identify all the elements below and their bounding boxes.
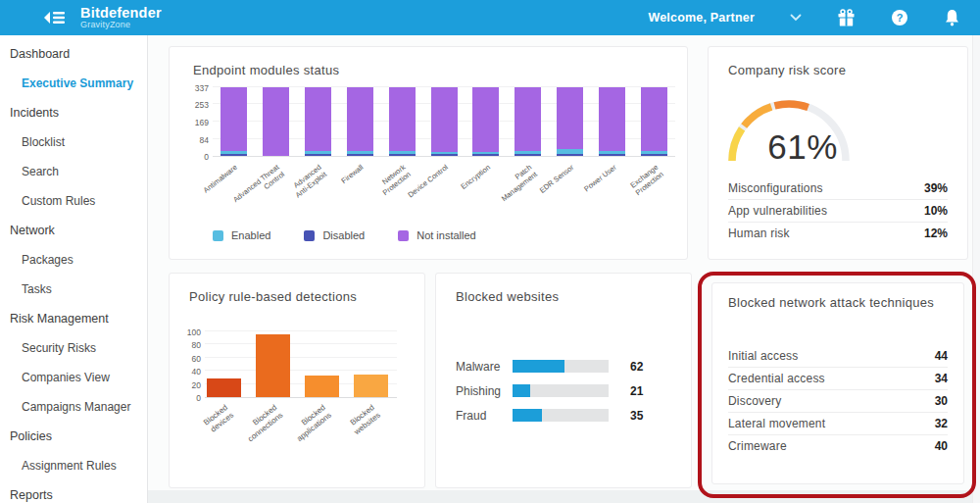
- sidebar-item-tasks[interactable]: Tasks: [0, 275, 147, 304]
- legend-label: Disabled: [322, 229, 365, 241]
- endpoint-ytick: 84: [181, 135, 209, 145]
- endpoint-xlabel: Power User: [582, 163, 618, 194]
- blocked-websites-row-phishing: Phishing21: [456, 384, 675, 397]
- company-risk-card: Company risk score 61% Misconfigurations…: [708, 46, 968, 260]
- sidebar-item-incidents[interactable]: Incidents: [0, 98, 147, 127]
- sidebar-item-custom-rules[interactable]: Custom Rules: [0, 186, 147, 216]
- stat-label: Crimeware: [728, 439, 787, 453]
- legend-label: Not installed: [416, 229, 476, 241]
- stat-value: 30: [935, 394, 948, 408]
- sidebar-item-blocklist[interactable]: Blocklist: [0, 127, 147, 157]
- notifications-bell-icon: [944, 9, 960, 26]
- policy-xlabel: Blocked devices: [202, 403, 236, 435]
- stat-label: Initial access: [728, 349, 799, 363]
- endpoint-ytick: 169: [181, 118, 209, 127]
- policy-ytick: 80: [173, 340, 201, 350]
- policy-bar-blocked-devices[interactable]: [207, 378, 241, 397]
- policy-ytick: 100: [173, 327, 201, 337]
- main-content: Endpoint modules status 337253169840 Ant…: [148, 35, 980, 503]
- hbar-value: 21: [630, 384, 643, 398]
- policy-bar-blocked-connections[interactable]: [256, 334, 290, 397]
- endpoint-chart-legend: EnabledDisabledNot installed: [213, 229, 510, 241]
- policy-ytick: 0: [173, 393, 201, 403]
- sidebar-item-policies[interactable]: Policies: [0, 422, 147, 451]
- attack-techniques-list: Initial access44Credential access34Disco…: [728, 344, 948, 457]
- stat-value: 39%: [924, 181, 948, 195]
- policy-xlabel: Blocked connections: [240, 403, 285, 444]
- hbar-fill[interactable]: [513, 409, 542, 422]
- notifications-button[interactable]: [944, 9, 960, 26]
- stat-value: 12%: [924, 226, 948, 240]
- endpoint-bar-edr-sensor[interactable]: [557, 87, 583, 156]
- account-menu-label[interactable]: Welcome, Partner: [648, 11, 755, 25]
- endpoint-bar-antimalware[interactable]: [220, 87, 247, 156]
- legend-item-disabled[interactable]: Disabled: [304, 229, 365, 241]
- sidebar-item-executive-summary[interactable]: Executive Summary: [0, 69, 147, 98]
- stat-label: Lateral movement: [728, 417, 825, 430]
- page-bottom-strip: [148, 490, 972, 503]
- sidebar-item-campaigns-manager[interactable]: Campaigns Manager: [0, 392, 147, 422]
- sidebar-item-packages[interactable]: Packages: [0, 245, 147, 275]
- collapse-sidebar-button[interactable]: [43, 11, 65, 25]
- sidebar-item-reports[interactable]: Reports: [0, 480, 147, 503]
- hbar-label: Malware: [456, 360, 513, 374]
- legend-item-enabled[interactable]: Enabled: [213, 229, 270, 241]
- brand-name: Bitdefender: [80, 6, 162, 21]
- blocked-websites-row-malware: Malware62: [456, 360, 675, 373]
- endpoint-bar-advanced-anti-exploit[interactable]: [305, 87, 331, 156]
- endpoint-ytick: 253: [181, 100, 209, 110]
- endpoint-chart-plot: [213, 88, 675, 157]
- hbar-track: [513, 360, 609, 373]
- sidebar-item-network[interactable]: Network: [0, 216, 147, 245]
- svg-text:?: ?: [897, 12, 904, 24]
- sidebar-item-assignment-rules[interactable]: Assignment Rules: [0, 451, 147, 480]
- account-menu-chevron[interactable]: [790, 14, 802, 22]
- endpoint-bar-device-control[interactable]: [431, 87, 458, 156]
- scrollbar-track[interactable]: [972, 35, 980, 503]
- endpoint-xlabel: Patch Management: [494, 163, 539, 204]
- top-bar-right: Welcome, Partner ?: [648, 0, 960, 35]
- policy-ytick: 40: [173, 367, 201, 377]
- sidebar-item-search[interactable]: Search: [0, 157, 147, 186]
- risk-breakdown-list: Misconfigurations39%App vulnerabilities1…: [728, 176, 948, 244]
- policy-bar-blocked-websites[interactable]: [354, 375, 388, 397]
- endpoint-bar-advanced-threat-control[interactable]: [263, 87, 289, 156]
- hbar-label: Fraud: [456, 409, 513, 423]
- hbar-fill[interactable]: [513, 384, 530, 397]
- sidebar-item-companies-view[interactable]: Companies View: [0, 363, 147, 392]
- endpoint-xlabel: Exchange Protection: [628, 163, 665, 198]
- attack-row-credential-access: Credential access34: [728, 367, 948, 389]
- chevron-down-icon: [790, 14, 802, 22]
- endpoint-bar-network-protection[interactable]: [389, 87, 416, 156]
- blocked-websites-list: Malware62Phishing21Fraud35: [456, 360, 675, 433]
- endpoint-bar-power-user[interactable]: [599, 87, 625, 156]
- stat-label: Misconfigurations: [728, 181, 823, 195]
- endpoint-bar-encryption[interactable]: [472, 87, 499, 156]
- gauge-segment-1: [732, 128, 742, 161]
- hbar-fill[interactable]: [513, 360, 564, 373]
- hbar-track: [513, 384, 609, 397]
- attack-techniques-card: Blocked network attack techniques Initia…: [711, 282, 964, 484]
- hbar-value: 62: [630, 360, 643, 374]
- legend-item-not-installed[interactable]: Not installed: [398, 229, 476, 241]
- sidebar-nav: DashboardExecutive SummaryIncidentsBlock…: [0, 35, 148, 503]
- hbar-value: 35: [630, 409, 643, 423]
- endpoint-xlabel: Encryption: [459, 163, 492, 191]
- sidebar-item-risk-management[interactable]: Risk Management: [0, 304, 147, 333]
- promotions-button[interactable]: [837, 9, 856, 27]
- help-button[interactable]: ?: [891, 9, 908, 26]
- sidebar-item-dashboard[interactable]: Dashboard: [0, 39, 147, 69]
- endpoint-bar-exchange-protection[interactable]: [641, 87, 667, 156]
- hbar-label: Phishing: [456, 384, 513, 398]
- sidebar-item-security-risks[interactable]: Security Risks: [0, 333, 147, 363]
- endpoint-xlabel: Advanced Anti-Exploit: [288, 163, 328, 200]
- top-bar: Bitdefender GravityZone Welcome, Partner…: [0, 0, 980, 35]
- endpoint-ytick: 0: [181, 152, 209, 162]
- policy-bar-blocked-applications[interactable]: [305, 376, 339, 397]
- endpoint-bar-firewall[interactable]: [347, 87, 373, 156]
- stat-value: 34: [935, 372, 948, 385]
- endpoint-bar-patch-management[interactable]: [514, 87, 541, 156]
- endpoint-modules-title: Endpoint modules status: [193, 63, 339, 77]
- stat-label: Discovery: [728, 394, 781, 408]
- stat-label: Credential access: [728, 372, 825, 385]
